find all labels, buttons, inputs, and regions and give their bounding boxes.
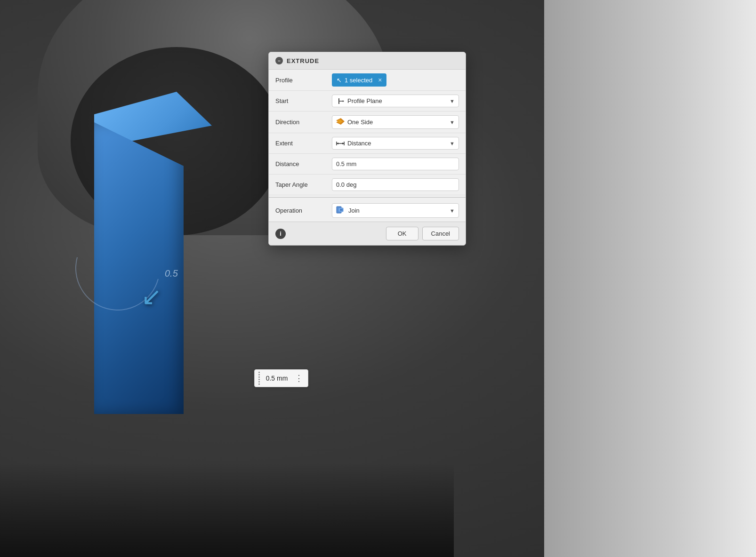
- profile-plane-icon: [336, 98, 345, 104]
- dialog-title: EXTRUDE: [287, 57, 319, 64]
- direction-row: Direction One Side ▼: [269, 111, 466, 133]
- start-icon-area: Profile Plane: [336, 97, 382, 104]
- extent-dropdown-arrow: ▼: [450, 141, 455, 146]
- direction-icon: [336, 118, 345, 126]
- taper-angle-control: [332, 178, 459, 191]
- dialog-footer: i OK Cancel: [269, 222, 466, 245]
- direction-dropdown[interactable]: One Side ▼: [332, 115, 459, 129]
- profile-selected-button[interactable]: ↖ 1 selected ×: [332, 73, 386, 87]
- extent-dropdown[interactable]: Distance ▼: [332, 137, 459, 150]
- profile-label: Profile: [275, 77, 327, 84]
- dialog-minimize-icon[interactable]: –: [275, 57, 283, 64]
- join-icon: [336, 206, 346, 215]
- operation-icon-area: Join: [336, 206, 360, 215]
- start-label: Start: [275, 97, 327, 104]
- operation-label: Operation: [275, 207, 327, 214]
- taper-angle-label: Taper Angle: [275, 181, 327, 188]
- start-dropdown[interactable]: Profile Plane ▼: [332, 95, 459, 107]
- operation-value: Join: [348, 207, 360, 214]
- extent-row: Extent: [269, 133, 466, 154]
- extent-label: Extent: [275, 140, 327, 147]
- shape-annotation: 0.5: [165, 268, 178, 279]
- distance-row: Distance: [269, 154, 466, 175]
- svg-marker-2: [343, 100, 344, 102]
- operation-dropdown[interactable]: Join ▼: [332, 203, 459, 218]
- widget-grip: [258, 372, 260, 385]
- footer-buttons: OK Cancel: [386, 227, 459, 240]
- direction-control: One Side ▼: [332, 115, 459, 129]
- operation-dropdown-arrow: ▼: [450, 208, 455, 214]
- operation-row: Operation Join ▼: [269, 199, 466, 222]
- info-button[interactable]: i: [275, 229, 286, 239]
- start-row: Start Profile Plane: [269, 91, 466, 111]
- profile-clear-button[interactable]: ×: [378, 76, 382, 84]
- svg-rect-12: [340, 209, 343, 211]
- extrude-dialog: – EXTRUDE Profile ↖ 1 selected × Start: [268, 52, 466, 246]
- distance-label: Distance: [275, 160, 327, 167]
- start-dropdown-arrow: ▼: [450, 98, 455, 104]
- start-control: Profile Plane ▼: [332, 95, 459, 107]
- extent-control: Distance ▼: [332, 137, 459, 150]
- profile-selected-text: 1 selected: [345, 77, 372, 84]
- cursor-icon: ↙: [141, 282, 162, 310]
- widget-value[interactable]: 0.5 mm: [263, 374, 291, 382]
- extent-value: Distance: [347, 140, 371, 147]
- right-background: [544, 0, 756, 557]
- cancel-button[interactable]: Cancel: [422, 227, 459, 240]
- dialog-header: – EXTRUDE: [269, 52, 466, 70]
- ok-button[interactable]: OK: [386, 227, 418, 240]
- operation-control: Join ▼: [332, 203, 459, 218]
- taper-angle-input[interactable]: [332, 178, 459, 191]
- cursor-arrow-icon: ↖: [337, 77, 342, 84]
- extent-icon: [336, 140, 345, 147]
- separator: [269, 197, 466, 198]
- dialog-body: Profile ↖ 1 selected × Start: [269, 70, 466, 222]
- widget-more-button[interactable]: ⋮: [294, 373, 304, 383]
- start-value: Profile Plane: [347, 97, 382, 104]
- profile-row: Profile ↖ 1 selected ×: [269, 70, 466, 91]
- direction-dropdown-arrow: ▼: [450, 119, 455, 125]
- bottom-shadow: [0, 463, 454, 557]
- extent-icon-area: Distance: [336, 140, 371, 147]
- distance-control: [332, 158, 459, 170]
- profile-control: ↖ 1 selected ×: [332, 73, 459, 87]
- direction-value: One Side: [347, 119, 373, 126]
- direction-icon-area: One Side: [336, 118, 373, 126]
- direction-label: Direction: [275, 119, 327, 126]
- inline-dimension-widget[interactable]: 0.5 mm ⋮: [254, 369, 308, 387]
- taper-angle-row: Taper Angle: [269, 175, 466, 195]
- distance-input[interactable]: [332, 158, 459, 170]
